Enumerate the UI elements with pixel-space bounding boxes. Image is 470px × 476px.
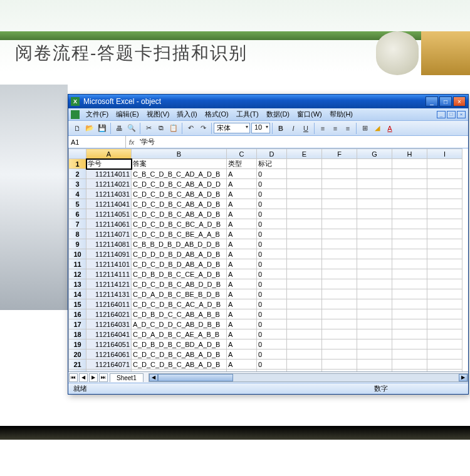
preview-icon[interactable]: 🔍 <box>126 123 137 134</box>
cell[interactable] <box>357 360 392 370</box>
row-header[interactable]: 17 <box>69 319 86 329</box>
cell[interactable]: 0 <box>257 339 287 349</box>
cell[interactable]: C_D_A_D_B_C_BE_B_D_B <box>132 289 227 299</box>
font-size-select[interactable]: 10 <box>251 123 270 133</box>
cell[interactable] <box>322 269 357 279</box>
cell[interactable] <box>287 179 322 189</box>
cell[interactable] <box>357 259 392 269</box>
align-left-icon[interactable]: ≡ <box>317 123 328 134</box>
cell[interactable] <box>427 269 462 279</box>
cell[interactable]: C_D_C_D_B_C_AB_A_D_B <box>132 360 227 370</box>
fill-color-icon[interactable]: ◢ <box>372 123 383 134</box>
tab-nav-last[interactable]: ⏭ <box>99 373 108 382</box>
cell[interactable]: A_D_C_D_D_C_AB_D_B_B <box>132 319 227 329</box>
row-header[interactable]: 12 <box>69 269 86 279</box>
row-header[interactable]: 22 <box>69 370 86 372</box>
print-icon[interactable]: 🖶 <box>113 123 125 134</box>
cell[interactable] <box>392 219 427 229</box>
cell[interactable] <box>357 249 392 259</box>
underline-icon[interactable]: U <box>300 123 311 134</box>
cell[interactable] <box>427 289 462 299</box>
horizontal-scrollbar[interactable]: ◀ ▶ <box>149 373 468 382</box>
align-right-icon[interactable]: ≡ <box>342 123 353 134</box>
cell[interactable] <box>357 339 392 349</box>
cell[interactable]: 112114131 <box>86 289 132 299</box>
cell[interactable] <box>392 370 427 372</box>
cell[interactable]: 0 <box>257 219 287 229</box>
cell[interactable] <box>322 319 357 329</box>
cell[interactable] <box>357 169 392 179</box>
cell[interactable] <box>287 309 322 319</box>
cell[interactable]: 112114031 <box>86 189 132 199</box>
select-all-corner[interactable] <box>69 149 86 159</box>
row-header[interactable]: 10 <box>69 249 86 259</box>
cell[interactable] <box>322 179 357 189</box>
cell[interactable]: C_D_A_D_B_C_AE_A_B_B <box>132 329 227 339</box>
cell[interactable] <box>322 259 357 269</box>
cell[interactable] <box>287 289 322 299</box>
undo-icon[interactable]: ↶ <box>185 123 196 134</box>
column-header-B[interactable]: B <box>132 149 227 159</box>
column-header-D[interactable]: D <box>257 149 287 159</box>
cell[interactable]: A <box>227 219 257 229</box>
cell[interactable]: 学号 <box>86 159 132 169</box>
cell[interactable] <box>287 209 322 219</box>
cell[interactable] <box>392 309 427 319</box>
workbook-icon[interactable] <box>71 110 80 119</box>
cell[interactable]: A <box>227 179 257 189</box>
cell[interactable] <box>427 259 462 269</box>
row-header[interactable]: 20 <box>69 349 86 360</box>
cell[interactable] <box>427 329 462 339</box>
cell[interactable] <box>392 299 427 309</box>
save-icon[interactable]: 💾 <box>97 123 108 134</box>
new-icon[interactable]: 🗋 <box>71 123 83 134</box>
column-header-I[interactable]: I <box>427 149 462 159</box>
cell[interactable] <box>392 360 427 370</box>
column-header-F[interactable]: F <box>322 149 357 159</box>
cell[interactable]: 0 <box>257 319 287 329</box>
cell[interactable]: A <box>227 319 257 329</box>
align-center-icon[interactable]: ≡ <box>330 123 341 134</box>
cell[interactable] <box>322 349 357 360</box>
copy-icon[interactable]: ⧉ <box>155 123 167 134</box>
menu-view[interactable]: 视图(V) <box>143 108 174 120</box>
cell[interactable] <box>427 229 462 239</box>
row-header[interactable]: 3 <box>69 179 86 189</box>
cell[interactable]: C_D_B_D_C_C_AB_A_B_B <box>132 309 227 319</box>
cell[interactable]: 0 <box>257 199 287 209</box>
cut-icon[interactable]: ✂ <box>143 123 154 134</box>
cell[interactable] <box>287 279 322 289</box>
titlebar[interactable]: X Microsoft Excel - object _ □ × <box>68 95 468 108</box>
cell[interactable]: 112164021 <box>86 309 132 319</box>
cell[interactable] <box>357 289 392 299</box>
cell[interactable]: 0 <box>257 289 287 299</box>
cell[interactable] <box>427 279 462 289</box>
cell[interactable] <box>357 239 392 249</box>
cell[interactable] <box>427 189 462 199</box>
cell[interactable] <box>357 329 392 339</box>
cell[interactable]: A <box>227 209 257 219</box>
cell[interactable]: 112114051 <box>86 209 132 219</box>
cell[interactable] <box>287 259 322 269</box>
cell[interactable] <box>427 169 462 179</box>
cell[interactable]: A <box>227 239 257 249</box>
cell[interactable] <box>427 319 462 329</box>
cell[interactable] <box>357 229 392 239</box>
cell[interactable]: C_B_B_D_B_D_AB_D_D_B <box>132 239 227 249</box>
cell[interactable] <box>392 159 427 169</box>
cell[interactable] <box>392 209 427 219</box>
cell[interactable] <box>427 239 462 249</box>
cell[interactable]: A <box>227 309 257 319</box>
cell[interactable]: A <box>227 360 257 370</box>
cell[interactable] <box>427 339 462 349</box>
cell[interactable]: A <box>227 289 257 299</box>
row-header[interactable]: 19 <box>69 339 86 349</box>
row-header[interactable]: 4 <box>69 189 86 199</box>
cell[interactable]: 0 <box>257 239 287 249</box>
bold-icon[interactable]: B <box>275 123 286 134</box>
italic-icon[interactable]: I <box>288 123 299 134</box>
cell[interactable]: 0 <box>257 309 287 319</box>
cell[interactable] <box>322 229 357 239</box>
cell[interactable]: C_D_C_D_B_C_AB_D_D_B <box>132 279 227 289</box>
row-header[interactable]: 6 <box>69 209 86 219</box>
